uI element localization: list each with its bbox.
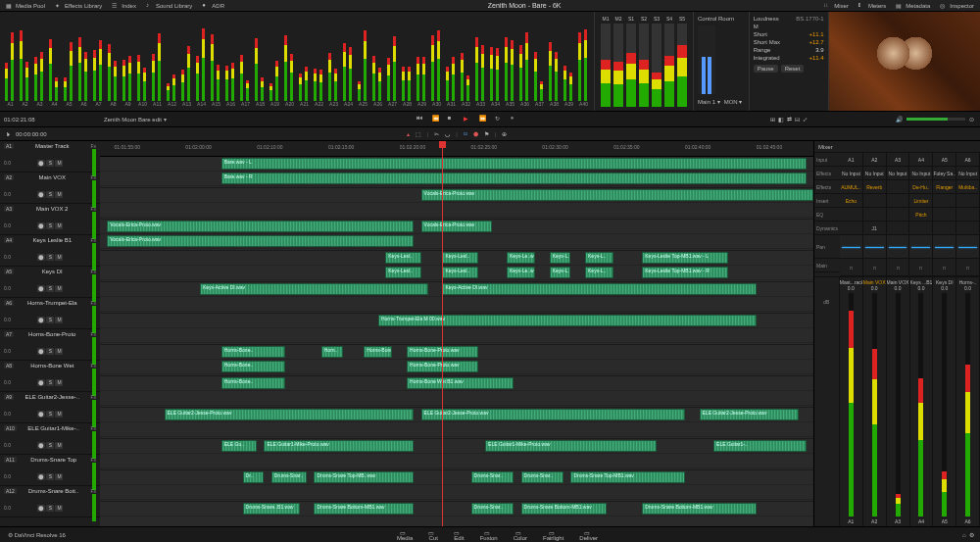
audio-clip[interactable]: Drums-Snare Top-MB..wav (314, 471, 414, 483)
eq-curve[interactable] (863, 235, 886, 259)
arm-btn[interactable]: ⬤ (37, 254, 45, 261)
play-btn[interactable]: ▶ (464, 115, 473, 124)
track-header[interactable]: A8Horns-Bone WetFx 0.0⬤SM (0, 361, 100, 392)
mixer-channel[interactable]: A5 Foley Sa.. Flanger ⎍ (933, 153, 956, 276)
audio-clip[interactable]: ELE Guitar1-Mike-Proto.wav (264, 440, 414, 452)
channel-fader[interactable]: Main VOX0.0A2 (863, 277, 887, 526)
channel-fader[interactable]: Main VOX 20.0A3 (887, 277, 910, 526)
audio-clip[interactable]: Keys-L.. (585, 252, 613, 264)
opt-3[interactable]: ⇄ (787, 116, 792, 123)
arrow-tool[interactable]: ▴ (407, 130, 410, 137)
audio-clip[interactable]: Drums-Snare Top-MB1.wav (570, 471, 684, 483)
video-preview[interactable] (828, 12, 980, 111)
track-header[interactable]: A10ELE Guitar1-Mike-..Fx 0.0⬤SM (0, 423, 100, 455)
arm-btn[interactable]: ⬤ (37, 505, 45, 512)
audio-clip[interactable]: Vocals-Erica-Proto.wav (421, 189, 813, 201)
audio-clip[interactable]: Keys-L.. (550, 252, 571, 264)
playhead[interactable] (442, 141, 443, 526)
arm-btn[interactable]: ⬤ (37, 285, 45, 292)
audio-clip[interactable]: ELE Guitar1-.. (713, 440, 807, 452)
audio-clip[interactable]: Keys-Active DI.wav (442, 283, 756, 295)
mute-btn[interactable]: M (55, 285, 63, 292)
index-btn[interactable]: ☰Index (112, 2, 136, 10)
audio-clip[interactable]: Drums-Snare Bottom-MB1.wav (314, 503, 414, 515)
audio-clip[interactable]: Dr.. (243, 471, 265, 483)
track-header[interactable]: A9ELE Guitar2-Jesse-..Fx 0.0⬤SM (0, 392, 100, 423)
inspector-btn[interactable]: ◎Inspector (940, 2, 974, 10)
solo-btn[interactable]: S (46, 160, 54, 167)
track-header[interactable]: A12Drums-Snare Bott..Fx 0.0⬤SM (0, 486, 100, 517)
prev-btn[interactable]: ⏪ (432, 115, 442, 124)
arm-btn[interactable]: ⬤ (37, 160, 45, 167)
timeline-track[interactable]: Horns-Trumpet-Ela M 00.wav (100, 314, 813, 345)
audio-clip[interactable]: Horns-Bone.. (221, 377, 286, 389)
eq-curve[interactable] (909, 235, 932, 259)
main1-dd[interactable]: Main 1 ▾ (698, 98, 720, 105)
solo-btn[interactable]: S (46, 222, 54, 229)
mute-btn[interactable]: M (55, 411, 63, 418)
link-tool[interactable]: ◡ (445, 130, 450, 137)
mute-btn[interactable]: M (55, 317, 63, 323)
metadata-btn[interactable]: ▤Metadata (896, 2, 930, 10)
mixer-channel[interactable]: A6 No Input Multiba.. ⎍ (956, 153, 980, 276)
mute-btn[interactable]: M (55, 191, 63, 198)
audio-clip[interactable]: Horns-Trumpet-Ela M 00.wav (378, 315, 757, 326)
audio-clip[interactable]: Horns-Bone.. (221, 346, 286, 358)
timeline-track[interactable]: Keys-Active DI.wavKeys-Active DI.wav (100, 282, 813, 314)
mute-btn[interactable]: M (55, 222, 63, 229)
mixer-channel[interactable]: A3 No Input ⎍ (887, 153, 910, 276)
channel-fader[interactable]: Mast...rack0.0A1 (840, 277, 863, 526)
record-btn[interactable]: ● (511, 115, 520, 124)
zoom-icon[interactable]: ⊕ (502, 130, 507, 137)
audio-clip[interactable]: Drums-Snare Bottom-MB1.wav (642, 503, 756, 515)
project-name[interactable]: Zenith Moon Bare edit ▾ (104, 116, 167, 123)
track-header[interactable]: A6Horns-Trumpet-ElaFx 0.0⬤SM (0, 298, 100, 329)
track-header[interactable]: A5Keys DIFx 0.0⬤SM (0, 267, 100, 298)
effects-library-btn[interactable]: ✦Effects Library (55, 2, 102, 10)
mute-btn[interactable]: M (55, 473, 63, 480)
channel-fader[interactable]: Keys DI0.0A5 (933, 277, 956, 526)
adr-btn[interactable]: ●ADR (202, 2, 224, 10)
audio-clip[interactable]: ELE Guitar2-Jesse-Proto.wav (700, 409, 800, 420)
page-media[interactable]: ▭Media (397, 529, 413, 541)
mute-btn[interactable]: M (55, 505, 63, 512)
snap-tool[interactable]: ⧈ (464, 130, 467, 137)
solo-btn[interactable]: S (46, 411, 54, 418)
mixer-channel[interactable]: A1 No Input AUMUL.. Echo ⎍ (840, 153, 863, 276)
opt-1[interactable]: ⊞ (770, 116, 775, 123)
arm-btn[interactable]: ⬤ (37, 442, 45, 449)
audio-clip[interactable]: Bare.wav - L (221, 158, 807, 170)
mute-btn[interactable]: M (55, 379, 63, 386)
audio-clip[interactable]: Drums-Snar.. (271, 471, 307, 483)
audio-clip[interactable]: Keys-Lesl.. (385, 267, 420, 278)
arm-btn[interactable]: ⬤ (37, 222, 45, 229)
track-header[interactable]: A1Master TrackFx 0.0⬤SM (0, 141, 100, 172)
page-fairlight[interactable]: ▭Fairlight (543, 529, 564, 541)
eq-curve[interactable] (956, 235, 979, 259)
track-header[interactable]: A4Keys Leslie B1Fx 0.0⬤SM (0, 235, 100, 267)
timeline-track[interactable]: Keys-Lesl..Keys-Lesl..Keys-Le..wav - LKe… (100, 251, 813, 282)
audio-clip[interactable]: Drums-Snar.. (521, 471, 564, 483)
page-edit[interactable]: ▭Edit (454, 529, 464, 541)
page-fusion[interactable]: ▭Fusion (480, 529, 498, 541)
timecode[interactable]: 01:02:21:08 (4, 117, 96, 123)
audio-clip[interactable]: ELE Guitar1-Mike-Proto.wav (485, 440, 657, 452)
audio-clip[interactable]: Drums-Snar.. (471, 503, 514, 515)
timeline-track[interactable]: Bare.wav - LBare.wav - R (100, 157, 813, 188)
eq-curve[interactable] (840, 235, 862, 259)
audio-clip[interactable]: Drums-Snar.. (471, 471, 514, 483)
loop-btn[interactable]: ↻ (495, 115, 505, 124)
arm-btn[interactable]: ⬤ (37, 191, 45, 198)
timeline-track[interactable]: Horns-Bone..Horns-Bone Wet B1.wav (100, 376, 813, 408)
timeline-track[interactable]: Dr..Drums-Snar..Drums-Snare Top-MB..wavD… (100, 470, 813, 502)
marker-tool[interactable]: ⬣ (473, 130, 478, 137)
audio-clip[interactable]: Keys-Le..wav - R (507, 267, 535, 278)
opt-2[interactable]: ◧ (778, 116, 784, 123)
arm-btn[interactable]: ⬤ (37, 473, 45, 480)
solo-btn[interactable]: S (46, 505, 54, 512)
solo-btn[interactable]: S (46, 348, 54, 355)
audio-clip[interactable]: Horns-Bone.. (364, 346, 392, 358)
volume-slider[interactable] (906, 118, 965, 121)
timeline-ruler[interactable]: 01:01:55:0001:02:00:0001:02:10:0001:02:1… (100, 141, 813, 157)
rewind-btn[interactable]: ⏮ (416, 115, 426, 124)
